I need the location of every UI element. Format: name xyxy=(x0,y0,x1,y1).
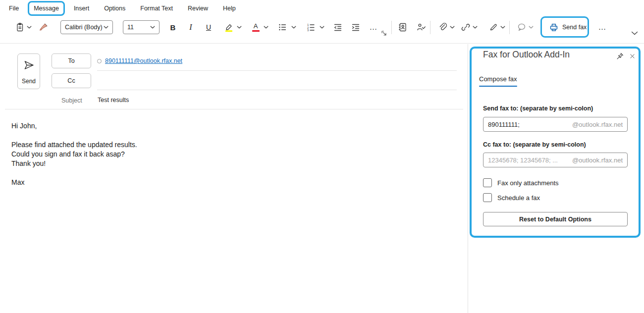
chevron-down-icon xyxy=(104,26,108,29)
close-panel-button[interactable] xyxy=(627,51,638,61)
to-button[interactable]: To xyxy=(52,53,91,68)
comment-bubble-icon xyxy=(517,22,527,32)
check-names-button[interactable] xyxy=(413,20,429,35)
cc-field-underline xyxy=(97,90,457,90)
chevron-down-icon xyxy=(264,26,268,29)
schedule-fax-row: Schedule a fax xyxy=(483,193,540,202)
subject-field[interactable]: Test results xyxy=(98,97,129,104)
chevron-down-icon xyxy=(27,26,32,29)
send-button-label: Send xyxy=(22,78,36,85)
decrease-indent-button[interactable] xyxy=(330,20,346,35)
font-color-button[interactable]: A xyxy=(248,20,264,35)
font-color-icon: A xyxy=(252,23,260,32)
pushpin-icon xyxy=(616,52,624,60)
recipient-chip[interactable]: 890111111@outlook.rfax.net xyxy=(97,57,182,64)
body-line: Max xyxy=(11,178,452,187)
chevron-down-icon xyxy=(150,26,155,29)
menu-help[interactable]: Help xyxy=(217,0,242,16)
tab-compose-fax[interactable]: Compose fax xyxy=(479,75,517,87)
close-icon xyxy=(629,53,636,59)
attach-file-dropdown[interactable] xyxy=(449,20,456,35)
body-line: Could you sign and fax it back asap? xyxy=(11,150,452,159)
italic-button[interactable]: I xyxy=(183,20,199,35)
highlighter-icon xyxy=(224,22,234,32)
format-painter-icon xyxy=(39,22,49,32)
paste-dropdown[interactable] xyxy=(26,20,33,35)
menu-review[interactable]: Review xyxy=(182,0,214,16)
more-formatting-button[interactable]: … xyxy=(366,20,381,35)
menu-file[interactable]: File xyxy=(3,0,25,16)
ribbon-separator xyxy=(509,21,510,34)
bold-button[interactable]: B xyxy=(165,20,181,35)
font-color-dropdown[interactable] xyxy=(263,20,269,35)
paperclip-icon xyxy=(438,22,448,32)
decrease-indent-icon xyxy=(333,22,343,32)
send-fax-to-input[interactable]: 890111111; @outlook.rfax.net xyxy=(483,117,628,132)
menu-bar: File Message Insert Options Format Text … xyxy=(0,0,644,16)
ribbon-more-button[interactable]: … xyxy=(594,20,610,35)
bullet-list-button[interactable] xyxy=(274,20,290,35)
font-name-select[interactable]: Calibri (Body) xyxy=(60,20,113,34)
panel-divider xyxy=(468,44,468,313)
highlight-dropdown[interactable] xyxy=(236,20,243,35)
fax-only-attachments-row: Fax only attachments xyxy=(483,178,559,187)
chevron-down-icon xyxy=(291,26,296,29)
cc-fax-to-placeholder: 12345678; 12345678; ... xyxy=(488,156,558,164)
cc-button[interactable]: Cc xyxy=(52,73,91,88)
chevron-down-icon xyxy=(450,26,455,29)
fax-icon xyxy=(549,22,559,32)
format-painter-button[interactable] xyxy=(36,20,52,35)
numbered-list-button[interactable]: 1 2 3 xyxy=(303,20,319,35)
header-body-divider xyxy=(5,109,463,109)
recipient-email-link[interactable]: 890111111@outlook.rfax.net xyxy=(105,57,182,64)
send-fax-to-suffix: @outlook.rfax.net xyxy=(572,121,623,128)
address-book-button[interactable] xyxy=(395,20,411,35)
message-body[interactable]: Hi John, Please find attached the update… xyxy=(11,121,452,187)
reset-to-default-button[interactable]: Reset to Default Options xyxy=(483,212,628,226)
pin-panel-button[interactable] xyxy=(614,51,625,61)
fax-only-attachments-label: Fax only attachments xyxy=(497,179,559,187)
send-fax-label: Send fax xyxy=(562,24,587,31)
highlight-button[interactable] xyxy=(221,20,237,35)
comment-dropdown[interactable] xyxy=(528,20,535,35)
dialog-launcher-button[interactable] xyxy=(381,29,387,38)
numbered-list-icon: 1 2 3 xyxy=(306,22,316,32)
presence-icon xyxy=(97,59,102,63)
cc-fax-to-label: Cc fax to: (separate by semi-colon) xyxy=(483,141,586,148)
address-book-icon xyxy=(398,22,408,32)
menu-format-text[interactable]: Format Text xyxy=(134,0,179,16)
ribbon-separator xyxy=(430,21,430,34)
ribbon-separator xyxy=(391,21,392,34)
send-fax-button[interactable]: Send fax xyxy=(545,20,590,35)
bullet-list-dropdown[interactable] xyxy=(290,20,297,35)
increase-indent-button[interactable] xyxy=(348,20,364,35)
collapse-ribbon-button[interactable] xyxy=(631,28,638,37)
subject-label: Subject xyxy=(61,97,82,104)
cc-fax-to-suffix: @outlook.rfax.net xyxy=(572,156,623,164)
chevron-down-icon xyxy=(237,26,242,29)
numbered-list-dropdown[interactable] xyxy=(319,20,325,35)
menu-insert[interactable]: Insert xyxy=(68,0,95,16)
bullet-list-icon xyxy=(277,22,287,32)
chevron-down-icon xyxy=(473,26,478,29)
schedule-fax-checkbox[interactable] xyxy=(483,193,492,202)
insert-link-dropdown[interactable] xyxy=(472,20,479,35)
menu-options[interactable]: Options xyxy=(98,0,131,16)
cc-fax-to-input[interactable]: 12345678; 12345678; ... @outlook.rfax.ne… xyxy=(483,153,628,167)
ribbon: Calibri (Body) 11 B I U A xyxy=(0,16,644,44)
body-line xyxy=(11,131,452,140)
schedule-fax-label: Schedule a fax xyxy=(497,194,540,202)
signature-dropdown[interactable] xyxy=(499,20,506,35)
font-size-select[interactable]: 11 xyxy=(123,20,160,34)
dialog-launcher-icon xyxy=(381,31,387,36)
body-line: Hi John, xyxy=(11,121,452,131)
send-button[interactable]: Send xyxy=(17,53,40,89)
fax-only-attachments-checkbox[interactable] xyxy=(483,178,492,187)
underline-button[interactable]: U xyxy=(201,20,216,35)
chevron-down-icon xyxy=(529,26,534,29)
chevron-down-icon xyxy=(500,26,505,29)
menu-message[interactable]: Message xyxy=(28,0,65,16)
to-field-underline xyxy=(97,70,457,71)
svg-text:3: 3 xyxy=(307,29,309,32)
pen-icon xyxy=(488,22,498,32)
